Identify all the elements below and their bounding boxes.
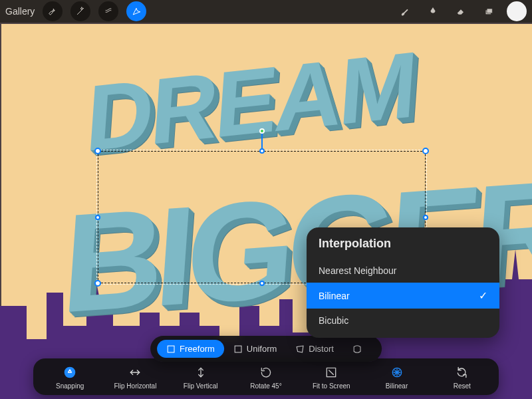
action-snapping[interactable]: Snapping: [43, 365, 96, 390]
mode-warp-partial[interactable]: [343, 340, 375, 358]
handle-tr[interactable]: [422, 148, 429, 154]
snapping-icon: [63, 365, 77, 380]
mode-freeform[interactable]: Freeform: [157, 340, 224, 358]
svg-rect-3: [235, 346, 241, 352]
transform-mode-bar: Freeform Uniform Distort: [150, 336, 382, 362]
gallery-link[interactable]: Gallery: [5, 6, 35, 17]
selection-tool-icon[interactable]: [98, 1, 118, 21]
interpolation-popover: Interpolation Nearest Neighbour Bilinear…: [307, 227, 499, 338]
interp-option-nearest[interactable]: Nearest Neighbour: [307, 259, 499, 283]
check-icon: ✓: [479, 289, 487, 302]
artwork-text-dream: DREAM: [82, 30, 418, 173]
transform-actions-bar: Snapping Flip Horizontal Flip Vertical R…: [33, 358, 499, 395]
smudge-icon[interactable]: [423, 1, 443, 21]
canvas-border: [0, 23, 532, 24]
wrench-icon[interactable]: [43, 1, 63, 21]
svg-rect-1: [487, 9, 492, 13]
action-fit-to-screen[interactable]: Fit to Screen: [305, 365, 358, 390]
fit-to-screen-icon: [324, 365, 338, 380]
wand-icon[interactable]: [70, 1, 90, 21]
popover-title: Interpolation: [307, 237, 499, 259]
action-rotate-45[interactable]: Rotate 45°: [239, 365, 293, 390]
mode-distort[interactable]: Distort: [286, 340, 343, 358]
action-reset[interactable]: Reset: [436, 365, 489, 390]
color-well[interactable]: [507, 1, 527, 21]
layers-icon[interactable]: [479, 1, 499, 21]
svg-rect-2: [168, 346, 174, 352]
interpolation-icon: [390, 365, 404, 380]
interp-option-bicubic[interactable]: Bicubic: [307, 309, 499, 332]
flip-horizontal-icon: [128, 365, 142, 380]
flip-vertical-icon: [194, 365, 208, 380]
action-flip-horizontal[interactable]: Flip Horizontal: [108, 365, 162, 390]
rotate-icon: [259, 365, 273, 380]
top-toolbar: Gallery: [0, 0, 532, 23]
mode-uniform[interactable]: Uniform: [224, 340, 287, 358]
reset-icon: [455, 365, 469, 380]
transform-tool-icon[interactable]: [126, 1, 146, 21]
eraser-icon[interactable]: [451, 1, 471, 21]
action-interpolation[interactable]: Bilinear: [370, 365, 424, 390]
brush-icon[interactable]: [395, 1, 415, 21]
interp-option-bilinear[interactable]: Bilinear ✓: [307, 283, 499, 309]
action-flip-vertical[interactable]: Flip Vertical: [174, 365, 227, 390]
